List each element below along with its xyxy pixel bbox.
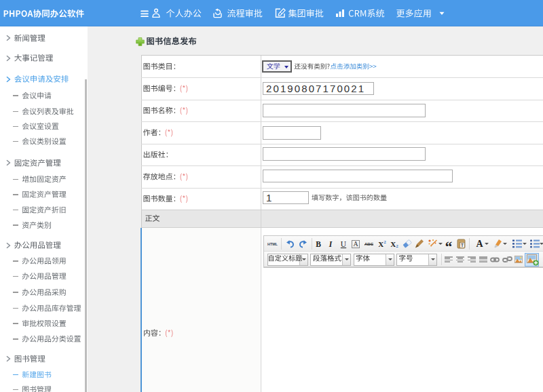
- svg-text:T: T: [461, 243, 464, 248]
